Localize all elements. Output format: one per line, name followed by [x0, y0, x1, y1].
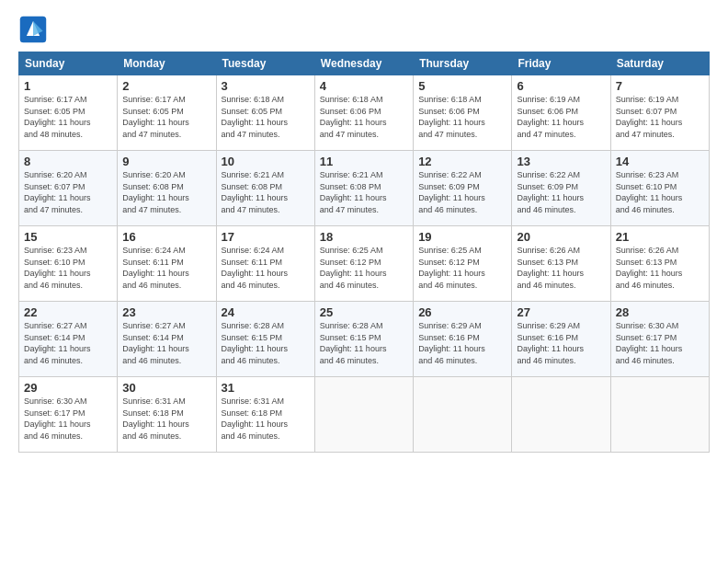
calendar-cell: 22Sunrise: 6:27 AM Sunset: 6:14 PM Dayli… — [19, 302, 118, 377]
calendar-cell: 30Sunrise: 6:31 AM Sunset: 6:18 PM Dayli… — [118, 377, 216, 453]
calendar-cell: 17Sunrise: 6:24 AM Sunset: 6:11 PM Dayli… — [216, 226, 314, 302]
day-info: Sunrise: 6:27 AM Sunset: 6:14 PM Dayligh… — [122, 320, 210, 366]
calendar-cell: 12Sunrise: 6:22 AM Sunset: 6:09 PM Dayli… — [414, 151, 512, 226]
day-number: 14 — [616, 155, 704, 168]
calendar-cell: 31Sunrise: 6:31 AM Sunset: 6:18 PM Dayli… — [216, 377, 314, 453]
day-info: Sunrise: 6:23 AM Sunset: 6:10 PM Dayligh… — [24, 245, 112, 291]
calendar-cell: 19Sunrise: 6:25 AM Sunset: 6:12 PM Dayli… — [414, 226, 512, 302]
day-info: Sunrise: 6:20 AM Sunset: 6:07 PM Dayligh… — [24, 169, 112, 215]
day-number: 15 — [24, 230, 112, 244]
day-info: Sunrise: 6:22 AM Sunset: 6:09 PM Dayligh… — [418, 169, 506, 215]
calendar-cell: 2Sunrise: 6:17 AM Sunset: 6:05 PM Daylig… — [118, 75, 216, 151]
day-info: Sunrise: 6:28 AM Sunset: 6:15 PM Dayligh… — [222, 320, 310, 366]
week-row-4: 22Sunrise: 6:27 AM Sunset: 6:14 PM Dayli… — [19, 302, 710, 377]
day-info: Sunrise: 6:29 AM Sunset: 6:16 PM Dayligh… — [418, 320, 506, 366]
day-number: 11 — [320, 155, 408, 168]
calendar-cell: 15Sunrise: 6:23 AM Sunset: 6:10 PM Dayli… — [19, 226, 118, 302]
header — [18, 15, 710, 44]
day-number: 20 — [517, 230, 605, 244]
day-info: Sunrise: 6:19 AM Sunset: 6:07 PM Dayligh… — [616, 94, 704, 140]
calendar-cell: 10Sunrise: 6:21 AM Sunset: 6:08 PM Dayli… — [216, 151, 314, 226]
day-number: 29 — [24, 381, 112, 395]
calendar-cell: 21Sunrise: 6:26 AM Sunset: 6:13 PM Dayli… — [610, 226, 709, 302]
day-number: 10 — [222, 155, 310, 168]
day-number: 25 — [320, 305, 408, 319]
day-number: 23 — [122, 305, 210, 319]
logo-icon — [18, 15, 48, 44]
calendar-cell: 14Sunrise: 6:23 AM Sunset: 6:10 PM Dayli… — [610, 151, 709, 226]
day-number: 1 — [24, 79, 112, 93]
day-header-monday: Monday — [118, 52, 216, 75]
calendar-cell: 1Sunrise: 6:17 AM Sunset: 6:05 PM Daylig… — [19, 75, 118, 151]
day-number: 8 — [24, 155, 112, 168]
day-number: 7 — [616, 79, 704, 93]
day-info: Sunrise: 6:29 AM Sunset: 6:16 PM Dayligh… — [517, 320, 605, 366]
day-header-sunday: Sunday — [19, 52, 118, 75]
week-row-2: 8Sunrise: 6:20 AM Sunset: 6:07 PM Daylig… — [19, 151, 710, 226]
calendar-cell: 9Sunrise: 6:20 AM Sunset: 6:08 PM Daylig… — [118, 151, 216, 226]
day-number: 16 — [122, 230, 210, 244]
calendar-cell: 25Sunrise: 6:28 AM Sunset: 6:15 PM Dayli… — [314, 302, 413, 377]
day-info: Sunrise: 6:17 AM Sunset: 6:05 PM Dayligh… — [122, 94, 210, 140]
day-number: 19 — [418, 230, 506, 244]
day-number: 30 — [122, 381, 210, 395]
day-number: 5 — [418, 79, 506, 93]
logo — [18, 15, 51, 44]
week-row-1: 1Sunrise: 6:17 AM Sunset: 6:05 PM Daylig… — [19, 75, 710, 151]
day-header-friday: Friday — [512, 52, 610, 75]
day-number: 31 — [222, 381, 310, 395]
day-number: 13 — [517, 155, 605, 168]
day-info: Sunrise: 6:28 AM Sunset: 6:15 PM Dayligh… — [320, 320, 408, 366]
day-info: Sunrise: 6:21 AM Sunset: 6:08 PM Dayligh… — [320, 169, 408, 215]
day-info: Sunrise: 6:24 AM Sunset: 6:11 PM Dayligh… — [222, 245, 310, 291]
week-row-5: 29Sunrise: 6:30 AM Sunset: 6:17 PM Dayli… — [19, 377, 710, 453]
day-info: Sunrise: 6:25 AM Sunset: 6:12 PM Dayligh… — [418, 245, 506, 291]
day-info: Sunrise: 6:31 AM Sunset: 6:18 PM Dayligh… — [222, 396, 310, 442]
day-number: 2 — [122, 79, 210, 93]
day-info: Sunrise: 6:24 AM Sunset: 6:11 PM Dayligh… — [122, 245, 210, 291]
day-info: Sunrise: 6:27 AM Sunset: 6:14 PM Dayligh… — [24, 320, 112, 366]
day-info: Sunrise: 6:21 AM Sunset: 6:08 PM Dayligh… — [222, 169, 310, 215]
calendar-cell — [314, 377, 413, 453]
day-number: 17 — [222, 230, 310, 244]
day-header-thursday: Thursday — [414, 52, 512, 75]
calendar-cell: 23Sunrise: 6:27 AM Sunset: 6:14 PM Dayli… — [118, 302, 216, 377]
calendar-cell: 4Sunrise: 6:18 AM Sunset: 6:06 PM Daylig… — [314, 75, 413, 151]
calendar-cell: 8Sunrise: 6:20 AM Sunset: 6:07 PM Daylig… — [19, 151, 118, 226]
calendar-cell: 7Sunrise: 6:19 AM Sunset: 6:07 PM Daylig… — [610, 75, 709, 151]
page: SundayMondayTuesdayWednesdayThursdayFrid… — [0, 0, 728, 563]
week-row-3: 15Sunrise: 6:23 AM Sunset: 6:10 PM Dayli… — [19, 226, 710, 302]
calendar-table: SundayMondayTuesdayWednesdayThursdayFrid… — [18, 52, 710, 453]
day-number: 12 — [418, 155, 506, 168]
calendar-cell — [610, 377, 709, 453]
calendar-cell: 29Sunrise: 6:30 AM Sunset: 6:17 PM Dayli… — [19, 377, 118, 453]
day-header-wednesday: Wednesday — [314, 52, 413, 75]
calendar-cell — [414, 377, 512, 453]
day-info: Sunrise: 6:20 AM Sunset: 6:08 PM Dayligh… — [122, 169, 210, 215]
day-number: 6 — [517, 79, 605, 93]
day-number: 22 — [24, 305, 112, 319]
day-number: 9 — [122, 155, 210, 168]
day-info: Sunrise: 6:23 AM Sunset: 6:10 PM Dayligh… — [616, 169, 704, 215]
calendar-cell: 26Sunrise: 6:29 AM Sunset: 6:16 PM Dayli… — [414, 302, 512, 377]
calendar-header-row: SundayMondayTuesdayWednesdayThursdayFrid… — [19, 52, 710, 75]
day-info: Sunrise: 6:25 AM Sunset: 6:12 PM Dayligh… — [320, 245, 408, 291]
day-number: 4 — [320, 79, 408, 93]
day-number: 26 — [418, 305, 506, 319]
day-info: Sunrise: 6:30 AM Sunset: 6:17 PM Dayligh… — [616, 320, 704, 366]
day-number: 28 — [616, 305, 704, 319]
day-number: 27 — [517, 305, 605, 319]
calendar-cell: 24Sunrise: 6:28 AM Sunset: 6:15 PM Dayli… — [216, 302, 314, 377]
day-info: Sunrise: 6:31 AM Sunset: 6:18 PM Dayligh… — [122, 396, 210, 442]
calendar-cell — [512, 377, 610, 453]
day-number: 21 — [616, 230, 704, 244]
day-info: Sunrise: 6:18 AM Sunset: 6:06 PM Dayligh… — [418, 94, 506, 140]
calendar-body: 1Sunrise: 6:17 AM Sunset: 6:05 PM Daylig… — [19, 75, 710, 453]
day-number: 24 — [222, 305, 310, 319]
day-info: Sunrise: 6:26 AM Sunset: 6:13 PM Dayligh… — [517, 245, 605, 291]
day-info: Sunrise: 6:18 AM Sunset: 6:06 PM Dayligh… — [320, 94, 408, 140]
day-number: 18 — [320, 230, 408, 244]
day-number: 3 — [222, 79, 310, 93]
day-info: Sunrise: 6:19 AM Sunset: 6:06 PM Dayligh… — [517, 94, 605, 140]
day-info: Sunrise: 6:22 AM Sunset: 6:09 PM Dayligh… — [517, 169, 605, 215]
